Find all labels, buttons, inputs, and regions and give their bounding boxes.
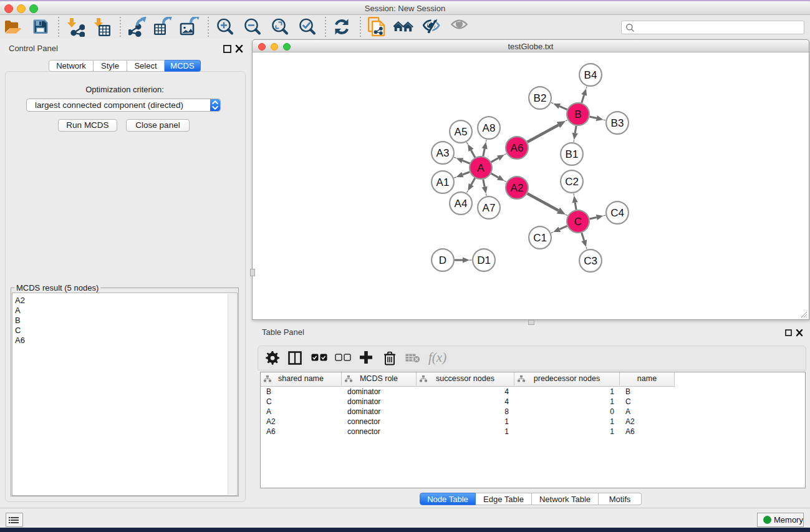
svg-text:A8: A8	[483, 122, 496, 134]
svg-text:B: B	[574, 109, 581, 120]
svg-text:D: D	[439, 254, 446, 266]
svg-text:D1: D1	[477, 254, 491, 266]
svg-text:B3: B3	[611, 117, 624, 129]
svg-text:A1: A1	[436, 177, 450, 188]
svg-text:A3: A3	[436, 147, 450, 159]
svg-text:A: A	[477, 162, 485, 174]
svg-text:A5: A5	[455, 126, 468, 138]
svg-text:B4: B4	[584, 69, 597, 81]
svg-text:C4: C4	[610, 207, 624, 219]
svg-text:C1: C1	[533, 232, 547, 244]
svg-text:A7: A7	[483, 202, 496, 214]
svg-text:A4: A4	[455, 198, 468, 210]
svg-text:B1: B1	[566, 148, 579, 160]
svg-text:A2: A2	[511, 182, 524, 194]
svg-text:C2: C2	[565, 176, 579, 188]
svg-text:B2: B2	[534, 92, 547, 104]
svg-text:C3: C3	[584, 255, 597, 267]
svg-text:A6: A6	[511, 142, 524, 154]
svg-text:C: C	[574, 216, 582, 228]
